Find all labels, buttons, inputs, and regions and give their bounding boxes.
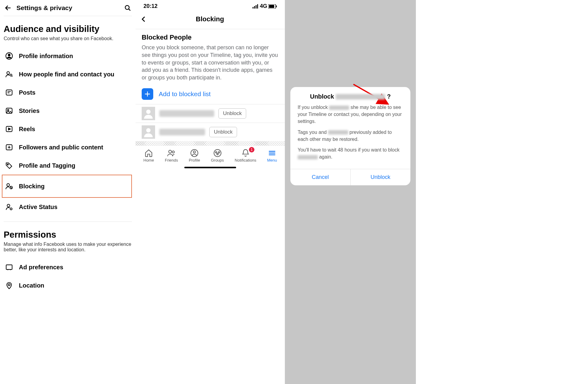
blocked-user-name xyxy=(159,110,214,117)
svg-rect-23 xyxy=(276,5,277,7)
section-sub-audience: Control who can see what you share on Fa… xyxy=(4,36,132,41)
menu-location[interactable]: Location xyxy=(4,276,132,295)
active-status-icon xyxy=(5,203,13,211)
svg-rect-17 xyxy=(253,7,253,9)
svg-point-2 xyxy=(8,54,10,56)
menu-list-audience: Profile information How people find and … xyxy=(4,47,132,216)
posts-icon xyxy=(5,88,13,97)
back-arrow-icon[interactable] xyxy=(4,4,12,12)
unblock-button[interactable]: Unblock xyxy=(209,127,237,137)
blocking-panel: 20:12 4G Blocking Blocked People Once yo… xyxy=(136,0,285,384)
person-search-icon xyxy=(5,70,13,79)
menu-profile-tagging[interactable]: Profile and Tagging xyxy=(4,156,132,175)
dialog-para: Tags you and previously added to each ot… xyxy=(298,129,403,143)
svg-rect-22 xyxy=(269,5,274,8)
menu-ad-preferences[interactable]: Ad preferences xyxy=(4,258,132,276)
menu-followers[interactable]: Followers and public content xyxy=(4,138,132,156)
menu-label: Profile information xyxy=(19,53,73,60)
nav-friends[interactable]: Friends xyxy=(164,148,179,164)
unblock-dialog: Unblock ? If you unblock she may be able… xyxy=(290,87,410,185)
nav-label: Groups xyxy=(211,158,224,162)
menu-stories[interactable]: Stories xyxy=(4,102,132,120)
unblock-button[interactable]: Unblock xyxy=(218,108,246,119)
network-label: 4G xyxy=(260,3,267,9)
svg-rect-18 xyxy=(254,6,255,9)
dialog-title: Unblock ? xyxy=(290,87,410,102)
menu-posts[interactable]: Posts xyxy=(4,83,132,102)
svg-point-30 xyxy=(193,151,196,153)
ad-pref-icon xyxy=(5,263,13,271)
nav-label: Profile xyxy=(189,158,200,162)
dialog-title-suffix: ? xyxy=(387,93,391,100)
dialog-para: If you unblock she may be able to see yo… xyxy=(298,104,403,125)
menu-how-people-find[interactable]: How people find and contact you xyxy=(4,65,132,83)
divider xyxy=(4,222,132,222)
back-chevron-icon[interactable] xyxy=(139,15,148,23)
svg-point-16 xyxy=(8,284,10,286)
followers-icon xyxy=(5,143,13,152)
add-to-blocked-row[interactable]: Add to blocked list xyxy=(136,85,285,104)
status-bar: 20:12 4G xyxy=(136,0,285,11)
nav-groups[interactable]: Groups xyxy=(210,148,225,164)
menu-label: Active Status xyxy=(19,204,58,211)
nav-menu[interactable]: Menu xyxy=(266,148,278,164)
nav-label: Notifications xyxy=(235,158,256,162)
menu-label: Reels xyxy=(19,126,35,133)
menu-label: Ad preferences xyxy=(19,264,63,271)
unblock-confirm-button[interactable]: Unblock xyxy=(351,169,411,185)
dialog-panel: Unblock ? If you unblock she may be able… xyxy=(285,0,416,384)
nav-home[interactable]: Home xyxy=(142,148,155,164)
blocked-user-row: Unblock xyxy=(136,123,285,141)
status-time: 20:12 xyxy=(143,3,158,9)
blocking-title: Blocking xyxy=(148,15,272,23)
avatar-icon xyxy=(142,107,155,120)
svg-point-31 xyxy=(214,149,221,156)
bottom-nav: Home Friends Profile Groups 1 Notificati… xyxy=(136,145,285,164)
blocked-user-row: Unblock xyxy=(136,104,285,123)
svg-point-26 xyxy=(146,128,151,132)
blocked-user-name xyxy=(159,129,205,135)
home-indicator xyxy=(184,167,236,168)
dialog-body: If you unblock she may be able to see yo… xyxy=(290,102,410,169)
notification-badge: 1 xyxy=(249,147,254,152)
menu-active-status[interactable]: Active Status xyxy=(4,198,132,216)
svg-point-33 xyxy=(218,152,220,153)
section-title-permissions: Permissions xyxy=(4,230,132,240)
plus-icon xyxy=(142,88,153,100)
section-title-audience: Audience and visibility xyxy=(4,24,132,34)
nav-notifications[interactable]: 1 Notifications xyxy=(233,148,257,164)
svg-point-3 xyxy=(7,72,9,74)
nav-profile[interactable]: Profile xyxy=(188,148,201,164)
cancel-button[interactable]: Cancel xyxy=(290,169,351,185)
svg-point-13 xyxy=(7,204,10,207)
blocked-people-title: Blocked People xyxy=(136,29,285,43)
svg-rect-19 xyxy=(256,5,257,9)
dialog-para: You'll have to wait 48 hours if you want… xyxy=(298,146,403,160)
svg-point-10 xyxy=(7,164,8,165)
dialog-title-prefix: Unblock xyxy=(310,93,334,100)
menu-list-permissions: Ad preferences Location xyxy=(4,258,132,295)
settings-title: Settings & privacy xyxy=(16,4,123,12)
menu-reels[interactable]: Reels xyxy=(4,120,132,138)
person-circle-icon xyxy=(5,52,13,60)
menu-profile-information[interactable]: Profile information xyxy=(4,47,132,65)
svg-point-32 xyxy=(215,152,217,153)
tag-icon xyxy=(5,161,13,170)
menu-label: Profile and Tagging xyxy=(19,162,75,169)
menu-label: Posts xyxy=(19,89,35,96)
svg-rect-15 xyxy=(6,265,12,269)
svg-point-28 xyxy=(172,151,174,153)
settings-panel: Settings & privacy Audience and visibili… xyxy=(0,0,136,384)
blocking-header: Blocking xyxy=(136,11,285,29)
menu-blocking[interactable]: Blocking xyxy=(2,175,132,198)
blurred-name xyxy=(298,155,318,159)
add-text: Add to blocked list xyxy=(159,90,211,98)
search-icon[interactable] xyxy=(123,4,132,12)
nav-label: Menu xyxy=(267,158,277,162)
svg-point-14 xyxy=(10,208,12,210)
svg-point-4 xyxy=(10,74,12,76)
signal-icon xyxy=(253,4,259,9)
menu-label: Location xyxy=(19,282,44,289)
tear-line xyxy=(136,141,285,145)
menu-label: Stories xyxy=(19,107,40,114)
